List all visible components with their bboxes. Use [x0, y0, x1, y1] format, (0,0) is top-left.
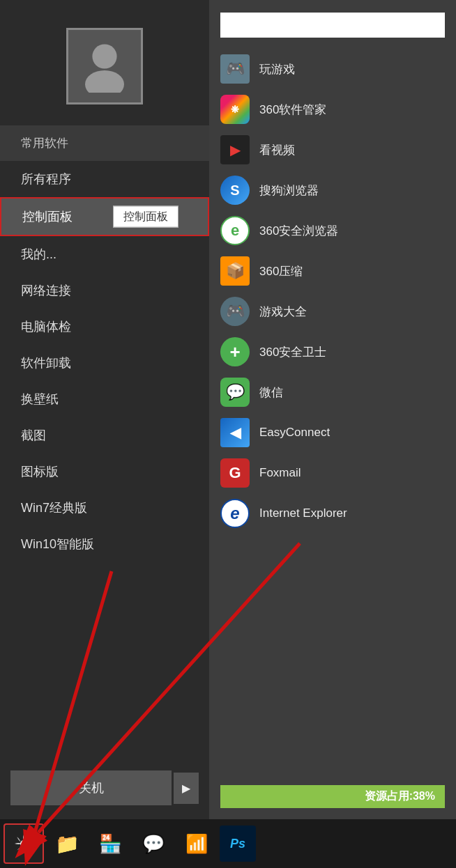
sidebar-item-pc-check[interactable]: 电脑体检 — [0, 309, 209, 345]
sidebar-item-uninstall[interactable]: 软件卸载 — [0, 345, 209, 381]
game-all-icon: 🎮 — [220, 297, 250, 326]
sogou-icon: S — [220, 176, 250, 205]
sidebar-item-control-panel[interactable]: 控制面板 控制面板 — [0, 197, 209, 236]
control-panel-tooltip: 控制面板 — [113, 206, 178, 228]
resource-bar: 资源占用:38% — [220, 785, 445, 808]
user-avatar-icon — [77, 37, 132, 95]
app-item-wechat[interactable]: 💬 微信 — [209, 372, 456, 412]
right-panel: 🎮 玩游戏 ❋ 360软件管家 ▶ 看视频 S 搜狗浏览器 e 360安全浏览器 — [209, 0, 456, 819]
avatar-area — [0, 0, 209, 125]
left-panel: 常用软件 所有程序 控制面板 控制面板 我的... 网络连接 电脑体检 — [0, 0, 209, 819]
video-icon: ▶ — [220, 135, 250, 164]
menu-items: 常用软件 所有程序 控制面板 控制面板 我的... 网络连接 电脑体检 — [0, 125, 209, 764]
wechat-icon: 💬 — [220, 378, 250, 407]
app-item-360mgr[interactable]: ❋ 360软件管家 — [209, 89, 456, 130]
360mgr-icon: ❋ — [220, 95, 250, 124]
app-item-game-all[interactable]: 🎮 游戏大全 — [209, 291, 456, 332]
360safe-icon: + — [220, 337, 250, 366]
app-item-360safe[interactable]: + 360安全卫士 — [209, 332, 456, 372]
ie-icon: e — [220, 499, 250, 528]
svg-point-0 — [92, 44, 116, 68]
foxmail-icon: G — [220, 458, 250, 488]
app-list: 🎮 玩游戏 ❋ 360软件管家 ▶ 看视频 S 搜狗浏览器 e 360安全浏览器 — [209, 49, 456, 780]
sidebar-item-my-stuff[interactable]: 我的... — [0, 236, 209, 272]
app-item-ie[interactable]: e Internet Explorer — [209, 493, 456, 534]
app-item-play-game[interactable]: 🎮 玩游戏 — [209, 49, 456, 89]
app-item-360safe-browser[interactable]: e 360安全浏览器 — [209, 210, 456, 251]
avatar[interactable] — [66, 28, 143, 104]
easyconnect-icon: ◀ — [220, 418, 250, 447]
shutdown-button[interactable]: 关机 — [10, 770, 172, 805]
taskbar-start-button[interactable] — [3, 823, 44, 864]
sidebar-item-screenshot[interactable]: 截图 — [0, 417, 209, 454]
taskbar-filezilla-button[interactable]: 📶 — [176, 823, 217, 864]
360safe-browser-icon: e — [220, 216, 250, 245]
play-game-icon: 🎮 — [220, 54, 250, 84]
sidebar-item-wallpaper[interactable]: 换壁纸 — [0, 381, 209, 417]
sidebar-item-icon-panel[interactable]: 图标版 — [0, 454, 209, 490]
search-bar — [220, 13, 445, 38]
taskbar-store-button[interactable]: 🏪 — [90, 823, 130, 864]
taskbar-folder-button[interactable]: 📁 — [47, 823, 87, 864]
taskbar-photoshop-button[interactable]: Ps — [220, 826, 256, 862]
app-item-video[interactable]: ▶ 看视频 — [209, 130, 456, 170]
taskbar: 📁 🏪 💬 📶 Ps — [0, 819, 456, 868]
sidebar-item-network[interactable]: 网络连接 — [0, 272, 209, 309]
sidebar-item-win10[interactable]: Win10智能版 — [0, 526, 209, 562]
sidebar-item-win7[interactable]: Win7经典版 — [0, 490, 209, 526]
sidebar-item-all-programs[interactable]: 所有程序 — [0, 161, 209, 197]
app-item-easyconnect[interactable]: ◀ EasyConnect — [209, 412, 456, 453]
search-input[interactable] — [226, 20, 439, 31]
app-item-foxmail[interactable]: G Foxmail — [209, 453, 456, 493]
sidebar-item-common-software[interactable]: 常用软件 — [0, 125, 209, 161]
app-item-sogou[interactable]: S 搜狗浏览器 — [209, 170, 456, 210]
shutdown-row: 关机 ▶ — [10, 770, 199, 805]
start-menu: 常用软件 所有程序 控制面板 控制面板 我的... 网络连接 电脑体检 — [0, 0, 456, 819]
svg-point-1 — [85, 70, 124, 93]
360zip-icon: 📦 — [220, 256, 250, 286]
shutdown-arrow-button[interactable]: ▶ — [174, 773, 199, 804]
app-item-360zip[interactable]: 📦 360压缩 — [209, 251, 456, 291]
taskbar-wechat-button[interactable]: 💬 — [133, 823, 174, 864]
